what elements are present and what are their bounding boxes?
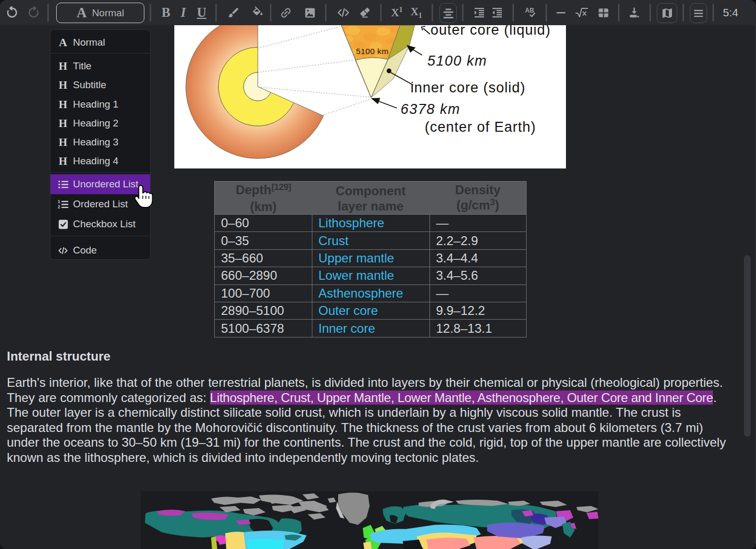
svg-text:1: 1 <box>58 199 60 204</box>
svg-text:inner core (solid): inner core (solid) <box>411 80 526 96</box>
svg-text:2: 2 <box>58 204 60 209</box>
svg-text:AB: AB <box>525 7 534 14</box>
svg-text:6378 km: 6378 km <box>401 101 460 117</box>
svg-text:(center of Earth): (center of Earth) <box>425 119 536 135</box>
svg-text:outer core (liquid): outer core (liquid) <box>430 25 551 38</box>
svg-text:5100 km: 5100 km <box>356 47 388 56</box>
svg-text:5100 km: 5100 km <box>427 53 487 69</box>
